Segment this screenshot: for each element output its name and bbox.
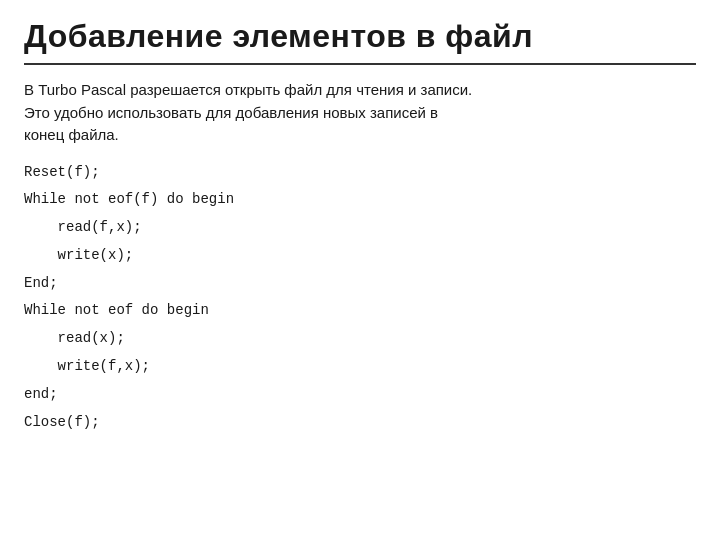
- code-line-9: end;: [24, 383, 696, 407]
- code-line-10: Close(f);: [24, 411, 696, 435]
- code-line-8: write(f,x);: [24, 355, 696, 379]
- code-line-1: Reset(f);: [24, 161, 696, 185]
- code-line-5: End;: [24, 272, 696, 296]
- description-line3: конец файла.: [24, 126, 119, 143]
- description-line1: В Turbo Pascal разрешается открыть файл …: [24, 81, 472, 98]
- code-line-7: read(x);: [24, 327, 696, 351]
- code-line-4: write(x);: [24, 244, 696, 268]
- code-block: Reset(f); While not eof(f) do begin read…: [24, 161, 696, 435]
- code-line-2: While not eof(f) do begin: [24, 188, 696, 212]
- title-section: Добавление элементов в файл: [24, 18, 696, 65]
- page-container: Добавление элементов в файл В Turbo Pasc…: [0, 0, 720, 540]
- description-block: В Turbo Pascal разрешается открыть файл …: [24, 79, 696, 147]
- code-line-3: read(f,x);: [24, 216, 696, 240]
- page-title: Добавление элементов в файл: [24, 18, 696, 55]
- code-line-6: While not eof do begin: [24, 299, 696, 323]
- description-line2: Это удобно использовать для добавления н…: [24, 104, 438, 121]
